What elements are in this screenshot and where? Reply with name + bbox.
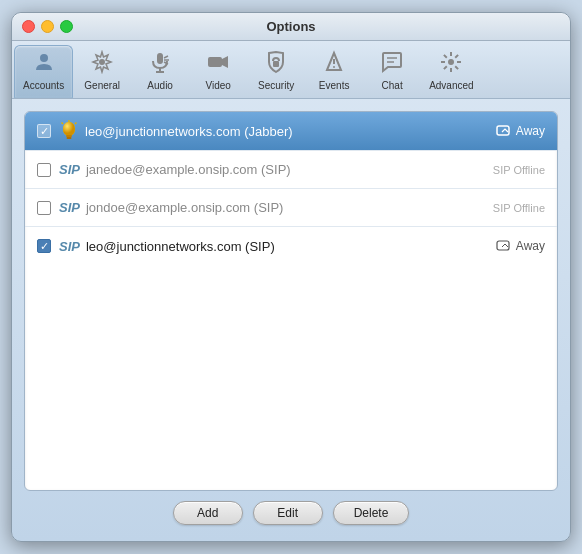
options-window: Options Accounts General [11, 12, 571, 542]
tab-security[interactable]: Security [247, 45, 305, 98]
advanced-icon [439, 50, 463, 78]
window-title: Options [266, 19, 315, 34]
events-icon [322, 50, 346, 78]
account-checkbox-2[interactable] [37, 163, 51, 177]
account-status-4: Away [496, 238, 545, 254]
tab-general[interactable]: General [73, 45, 131, 98]
svg-line-30 [62, 123, 64, 125]
tab-chat-label: Chat [382, 80, 403, 91]
svg-line-31 [75, 123, 77, 125]
svg-rect-27 [66, 135, 72, 137]
account-checkbox-4[interactable]: ✓ [37, 239, 51, 253]
table-row[interactable]: ✓ leo@junc [25, 112, 557, 151]
svg-line-5 [164, 56, 168, 58]
account-checkbox-1[interactable]: ✓ [37, 124, 51, 138]
account-name-3: jondoe@example.onsip.com (SIP) [86, 200, 493, 215]
table-row[interactable]: SIP janedoe@example.onsip.com (SIP) SIP … [25, 151, 557, 189]
account-checkbox-3[interactable] [37, 201, 51, 215]
svg-point-0 [40, 54, 48, 62]
svg-point-13 [333, 66, 335, 68]
svg-rect-8 [208, 57, 222, 67]
chat-icon [380, 50, 404, 78]
accounts-list: ✓ leo@junc [24, 111, 558, 491]
tab-events-label: Events [319, 80, 350, 91]
svg-marker-9 [222, 56, 228, 68]
security-icon [264, 50, 288, 78]
close-button[interactable] [22, 20, 35, 33]
account-name-1: leo@junctionnetworks.com (Jabber) [85, 124, 496, 139]
svg-line-24 [444, 66, 447, 69]
table-row[interactable]: SIP jondoe@example.onsip.com (SIP) SIP O… [25, 189, 557, 227]
svg-line-22 [456, 66, 459, 69]
status-icon-4 [496, 238, 512, 254]
tab-general-label: General [84, 80, 120, 91]
tab-events[interactable]: Events [305, 45, 363, 98]
sip-badge-3: SIP [59, 200, 80, 215]
tab-audio-label: Audio [147, 80, 173, 91]
button-bar: Add Edit Delete [24, 491, 558, 529]
svg-rect-10 [273, 61, 279, 67]
tab-audio[interactable]: Audio [131, 45, 189, 98]
sip-badge-2: SIP [59, 162, 80, 177]
tab-advanced[interactable]: Advanced [421, 45, 481, 98]
delete-button[interactable]: Delete [333, 501, 410, 525]
svg-point-16 [448, 59, 454, 65]
sip-badge-4: SIP [59, 239, 80, 254]
svg-line-23 [456, 55, 459, 58]
svg-rect-28 [67, 137, 72, 139]
svg-point-26 [63, 122, 75, 136]
svg-point-1 [99, 59, 105, 65]
svg-rect-2 [157, 53, 163, 64]
tab-accounts[interactable]: Accounts [14, 45, 73, 98]
minimize-button[interactable] [41, 20, 54, 33]
general-icon [90, 50, 114, 78]
title-bar: Options [12, 13, 570, 41]
content-area: ✓ leo@junc [12, 99, 570, 541]
jabber-icon [59, 120, 79, 142]
account-status-1: Away [496, 123, 545, 139]
traffic-lights [12, 20, 73, 33]
account-status-2: SIP Offline [493, 164, 545, 176]
account-status-3: SIP Offline [493, 202, 545, 214]
audio-icon [148, 50, 172, 78]
maximize-button[interactable] [60, 20, 73, 33]
table-row[interactable]: ✓ SIP leo@junctionnetworks.com (SIP) Awa… [25, 227, 557, 265]
account-name-2: janedoe@example.onsip.com (SIP) [86, 162, 493, 177]
tab-chat[interactable]: Chat [363, 45, 421, 98]
video-icon [206, 50, 230, 78]
account-name-4: leo@junctionnetworks.com (SIP) [86, 239, 496, 254]
tab-video[interactable]: Video [189, 45, 247, 98]
status-icon-1 [496, 123, 512, 139]
edit-button[interactable]: Edit [253, 501, 323, 525]
toolbar: Accounts General [12, 41, 570, 99]
svg-line-21 [444, 55, 447, 58]
tab-advanced-label: Advanced [429, 80, 473, 91]
add-button[interactable]: Add [173, 501, 243, 525]
tab-accounts-label: Accounts [23, 80, 64, 91]
accounts-icon [32, 50, 56, 78]
tab-video-label: Video [205, 80, 230, 91]
tab-security-label: Security [258, 80, 294, 91]
